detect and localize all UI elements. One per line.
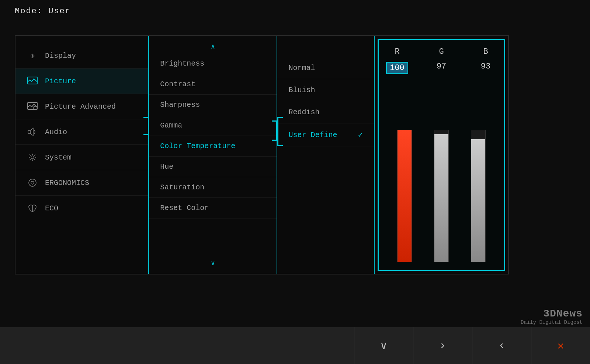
menu-item-brightness[interactable]: Brightness <box>149 53 277 74</box>
watermark: 3DNews Daily Digital Digest <box>521 308 583 325</box>
nav-right-button[interactable]: › <box>413 327 472 364</box>
mode-label: Mode: <box>15 7 43 16</box>
sidebar-label-system: System <box>45 153 72 162</box>
nav-down-button[interactable]: ∨ <box>354 327 413 364</box>
nav-right-icon: › <box>439 339 446 352</box>
rgb-sliders <box>397 81 486 262</box>
display-icon: ✳ <box>27 50 38 62</box>
menu-item-saturation[interactable]: Saturation <box>149 177 277 198</box>
middle-bracket-right <box>272 120 277 141</box>
sidebar-item-picture[interactable]: Picture <box>15 69 148 94</box>
picture-advanced-icon <box>27 101 38 112</box>
sidebar-item-system[interactable]: System <box>15 145 148 170</box>
sidebar: ✳ Display Picture <box>15 36 149 274</box>
menu-item-hue[interactable]: Hue <box>149 157 277 177</box>
b-header: B <box>475 47 497 56</box>
audio-icon <box>27 126 38 138</box>
ergonomics-icon <box>27 177 38 189</box>
color-temp-reddish[interactable]: Reddish <box>277 101 374 123</box>
picture-icon <box>27 75 38 87</box>
menu-item-contrast[interactable]: Contrast <box>149 74 277 95</box>
b-value: 93 <box>475 62 497 74</box>
scroll-up-arrow[interactable]: ∧ <box>149 39 277 53</box>
color-temp-user-define[interactable]: User Define ✓ <box>277 123 374 147</box>
nav-down-icon: ∨ <box>380 339 387 353</box>
svg-rect-4 <box>28 130 30 133</box>
sidebar-label-eco: ECO <box>45 204 58 213</box>
selected-checkmark: ✓ <box>358 130 363 140</box>
rgb-values: 100 97 93 <box>386 62 497 74</box>
color-temp-bracket-left <box>277 117 283 146</box>
svg-marker-5 <box>30 128 33 136</box>
sidebar-label-picture-advanced: Picture Advanced <box>45 102 116 111</box>
g-header: G <box>430 47 452 56</box>
osd-panel: ✳ Display Picture <box>15 35 509 274</box>
eco-icon <box>27 202 38 214</box>
r-value[interactable]: 100 <box>386 62 408 74</box>
system-icon <box>27 151 38 163</box>
g-slider-fill <box>434 134 448 262</box>
b-slider[interactable] <box>471 130 486 262</box>
sidebar-bracket <box>143 117 149 135</box>
nav-close-icon: ✕ <box>557 339 564 353</box>
sidebar-item-picture-advanced[interactable]: Picture Advanced <box>15 94 148 119</box>
menu-item-gamma[interactable]: Gamma <box>149 115 277 136</box>
sidebar-label-display: Display <box>45 52 76 60</box>
watermark-logo: 3DNews <box>521 308 583 319</box>
r-header: R <box>386 47 408 56</box>
g-value: 97 <box>430 62 452 74</box>
nav-left-icon: ‹ <box>498 339 505 352</box>
color-temp-normal-label: Normal <box>288 64 315 72</box>
menu-item-sharpness[interactable]: Sharpness <box>149 95 277 115</box>
color-temp-reddish-label: Reddish <box>288 108 319 116</box>
color-temp-bluish[interactable]: Bluish <box>277 79 374 101</box>
mode-bar: Mode: User <box>15 7 71 16</box>
r-slider-fill <box>398 130 412 262</box>
rgb-panel: R G B 100 97 93 <box>378 39 505 271</box>
g-slider[interactable] <box>434 130 449 262</box>
color-temp-user-define-label: User Define <box>288 131 337 139</box>
middle-menu: ∧ Brightness Contrast Sharpness Gamma Co… <box>149 36 277 274</box>
menu-item-color-temperature[interactable]: Color Temperature <box>149 136 277 157</box>
sidebar-item-eco[interactable]: ECO <box>15 196 148 221</box>
nav-left-button[interactable]: ‹ <box>472 327 531 364</box>
svg-point-7 <box>29 179 36 186</box>
b-slider-fill <box>471 139 485 262</box>
rgb-headers: R G B <box>386 47 497 56</box>
sidebar-label-picture: Picture <box>45 77 76 85</box>
sidebar-label-audio: Audio <box>45 128 67 136</box>
menu-item-reset-color[interactable]: Reset Color <box>149 198 277 218</box>
color-temp-normal[interactable]: Normal <box>277 57 374 79</box>
svg-point-6 <box>31 156 34 159</box>
scroll-down-arrow[interactable]: ∨ <box>149 256 277 270</box>
main-container: Mode: User ✳ Display Picture <box>0 0 590 364</box>
sidebar-label-ergonomics: ERGONOMICS <box>45 179 89 187</box>
svg-point-8 <box>31 181 34 184</box>
svg-point-2 <box>33 106 36 109</box>
r-slider[interactable] <box>397 130 412 262</box>
color-temp-bluish-label: Bluish <box>288 86 315 94</box>
mode-value: User <box>48 7 71 16</box>
sidebar-item-ergonomics[interactable]: ERGONOMICS <box>15 170 148 196</box>
nav-close-button[interactable]: ✕ <box>531 327 590 364</box>
sidebar-item-display[interactable]: ✳ Display <box>15 43 148 69</box>
watermark-subtitle: Daily Digital Digest <box>521 319 583 325</box>
sidebar-item-audio[interactable]: Audio <box>15 119 148 145</box>
bottom-nav-bar: ∨ › ‹ ✕ <box>0 327 590 364</box>
color-temp-panel: Normal Bluish Reddish User Define ✓ <box>277 36 375 274</box>
